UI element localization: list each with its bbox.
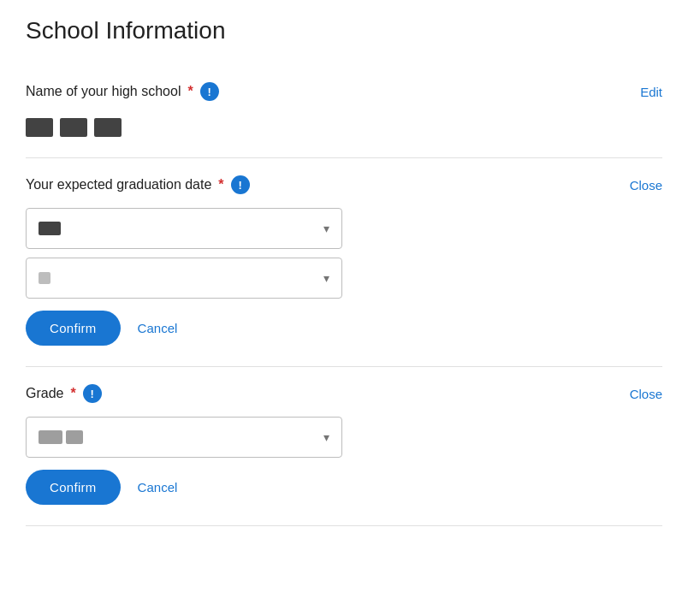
school-name-block-3	[94, 118, 122, 137]
school-name-text: Name of your high school	[26, 84, 181, 99]
grade-placeholder-block-2	[66, 430, 83, 444]
year-placeholder-block	[39, 272, 50, 284]
graduation-date-actions: Confirm Cancel	[26, 311, 662, 346]
month-select[interactable]: ▾	[26, 208, 342, 249]
grade-placeholder-block-1	[39, 430, 62, 444]
school-name-block-2	[60, 118, 87, 137]
graduation-date-close-link[interactable]: Close	[630, 178, 662, 192]
year-chevron-icon: ▾	[323, 271, 329, 285]
month-placeholder-block	[39, 222, 61, 235]
grade-header: Grade * ! Close	[26, 367, 662, 413]
page-title: School Information	[26, 17, 662, 44]
month-chevron-icon: ▾	[323, 222, 329, 235]
grade-info-icon[interactable]: !	[83, 384, 102, 403]
grade-confirm-button[interactable]: Confirm	[26, 470, 121, 505]
graduation-date-required: *	[218, 177, 223, 192]
graduation-date-info-icon[interactable]: !	[231, 175, 250, 194]
grade-label: Grade * !	[26, 384, 102, 403]
grade-actions: Confirm Cancel	[26, 470, 662, 505]
year-select-inner	[39, 272, 50, 284]
grade-text: Grade	[26, 386, 63, 401]
graduation-date-text: Your expected graduation date	[26, 177, 211, 192]
school-name-section: Name of your high school * ! Edit	[26, 65, 662, 158]
school-name-info-icon[interactable]: !	[200, 82, 219, 101]
school-name-label: Name of your high school * !	[26, 82, 219, 101]
school-name-edit-link[interactable]: Edit	[640, 85, 662, 99]
graduation-date-confirm-button[interactable]: Confirm	[26, 311, 121, 346]
graduation-date-cancel-link[interactable]: Cancel	[138, 321, 178, 335]
grade-section: Grade * ! Close ▾ Confirm Cancel	[26, 367, 662, 526]
year-select[interactable]: ▾	[26, 258, 342, 299]
grade-chevron-icon: ▾	[323, 430, 329, 444]
grade-required: *	[70, 386, 75, 401]
graduation-date-section: Your expected graduation date * ! Close …	[26, 158, 662, 367]
school-name-header: Name of your high school * ! Edit	[26, 65, 662, 111]
graduation-date-label: Your expected graduation date * !	[26, 175, 250, 194]
grade-select-inner	[39, 429, 83, 445]
grade-cancel-link[interactable]: Cancel	[138, 480, 178, 495]
grade-select[interactable]: ▾	[26, 417, 342, 458]
month-select-inner	[39, 222, 61, 235]
graduation-date-header: Your expected graduation date * ! Close	[26, 158, 662, 204]
grade-close-link[interactable]: Close	[630, 387, 662, 401]
grade-form: ▾ Confirm Cancel	[26, 413, 662, 505]
school-name-required: *	[187, 84, 193, 99]
school-name-value	[26, 111, 662, 140]
graduation-date-form: ▾ ▾ Confirm Cancel	[26, 204, 662, 346]
school-name-block-1	[26, 118, 53, 137]
page-container: School Information Name of your high sch…	[0, 0, 688, 616]
